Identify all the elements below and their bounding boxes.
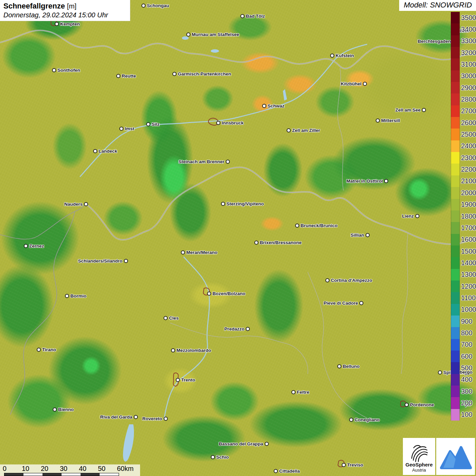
colorbar-tick-label: 2800 [461,96,476,103]
snowfall-limit-map: SchongauBad TölzKemptenMurnau am Staffel… [0,0,476,476]
colorbar-row: 1900 [451,199,476,210]
city-label: Bienno [58,407,74,412]
colorbar-row: 700 [451,339,476,351]
city-label: Riva del Garda [100,414,132,420]
city-label: Zell am See [395,107,421,113]
city-label: Murnau am Staffelsee [192,32,239,37]
colorbar-tick-label: 800 [461,329,472,337]
city-dot [164,316,168,320]
city-dot [119,126,123,131]
city-marker: Schio [211,455,229,460]
colorbar-row: 1300 [451,269,476,280]
city-marker: Garmisch-Partenkirchen [172,71,231,76]
city-label: Mezzolombardo [176,348,211,353]
scalebar-segment [100,473,119,476]
city-dot [134,415,138,419]
colorbar-segment [451,187,460,199]
colorbar-tick-label: 3300 [461,37,476,45]
city-marker: Meran/Merano [181,250,218,255]
scalebar-tick-label: 60km [117,465,134,473]
city-marker: Sillian [351,233,370,238]
city-dot [146,122,150,126]
scalebar-tick-label: 30 [60,465,67,473]
colorbar-tick-label: 1200 [461,283,476,290]
colorbar-segment [451,199,460,210]
colorbar-tick-label: 2200 [461,166,476,173]
colorbar-tick-label: 1900 [461,201,476,208]
city-marker: Rovereto [142,416,168,421]
colorbar-tick-label: 200 [461,399,472,407]
city-marker: Lienz [402,214,419,219]
colorbar-row: 3200 [451,47,476,58]
colorbar-row: 300 [451,386,476,397]
city-label: Trento [181,377,195,382]
geosphere-logo-text: GeoSphere [405,462,432,468]
scalebar-segment [62,473,81,476]
colorbar-segment [451,70,460,82]
city-dot [55,22,59,26]
city-label: Pieve di Cadore [324,301,358,306]
colorbar-segment [451,12,460,23]
city-label: Bruneck/Brunico [301,223,338,228]
colorbar-row: 2400 [451,140,476,152]
city-label: Brixen/Bressanone [260,240,302,245]
colorbar-row: 900 [451,316,476,327]
city-label: Steinach am Brenner [178,159,224,164]
city-marker: Treviso [342,462,363,468]
logo-area: GeoSphere Austria [403,438,475,475]
colorbar-tick-label: 100 [461,411,472,419]
city-dot [65,294,69,298]
city-dot [349,418,353,422]
city-marker: Riva del Garda [100,414,138,420]
city-label: Rovereto [142,416,162,421]
city-marker: Cles [164,316,179,321]
scalebar-segment [4,473,23,476]
scalebar-tick-label: 0 [3,465,6,473]
city-dot [171,348,175,352]
city-dot [186,32,190,36]
city-label: Predazzo [224,326,244,332]
city-dot [295,223,299,227]
colorbar-tick-label: 900 [461,318,472,325]
colorbar-row: 2200 [451,164,476,175]
colorbar-tick-label: 3100 [461,61,476,68]
city-label: Sterzing/Vipiteno [226,201,264,206]
scalebar-segment [81,473,100,476]
colorbar-row: 3300 [451,35,476,47]
colorbar-segment [451,316,460,327]
city-label: Matrei in Osttirol [346,178,383,184]
colorbar-row: 500 [451,362,476,374]
colorbar-segment [451,292,460,304]
colorbar-row: 2300 [451,152,476,164]
colorbar-tick-label: 2500 [461,131,476,138]
geosphere-austria-logo: GeoSphere Austria [403,438,435,475]
colorbar-segment [451,140,460,152]
city-marker: Belluno [337,364,360,369]
colorbar-row: 2800 [451,94,476,105]
colorbar-tick-label: 1600 [461,236,476,243]
colorbar-tick-label: 700 [461,341,472,348]
city-label: Cittadella [279,469,300,474]
colorbar-segment [451,362,460,374]
city-dot [337,364,341,368]
city-label: Imst [125,126,134,131]
city-marker: Sonthofen [52,68,80,73]
city-marker: Bormio [65,293,86,299]
city-marker: Feltre [291,390,309,395]
city-dot [84,202,88,206]
city-marker: Kitzbühel [341,81,367,86]
colorbar-segment [451,210,460,222]
colorbar-tick-label: 1500 [461,248,476,255]
city-dot [342,463,346,467]
colorbar-segment [451,257,460,269]
colorbar-row: 3000 [451,70,476,82]
colorbar-tick-label: 400 [461,376,472,384]
scalebar-segment [42,473,62,476]
city-label: Schongau [147,3,169,8]
colorbar-segment [451,129,460,140]
colorbar-row: 2000 [451,187,476,199]
city-marker: Innsbruck [216,120,244,125]
city-marker: Landeck [93,149,117,154]
colorbar-segment [451,94,460,105]
city-dot [181,250,185,254]
